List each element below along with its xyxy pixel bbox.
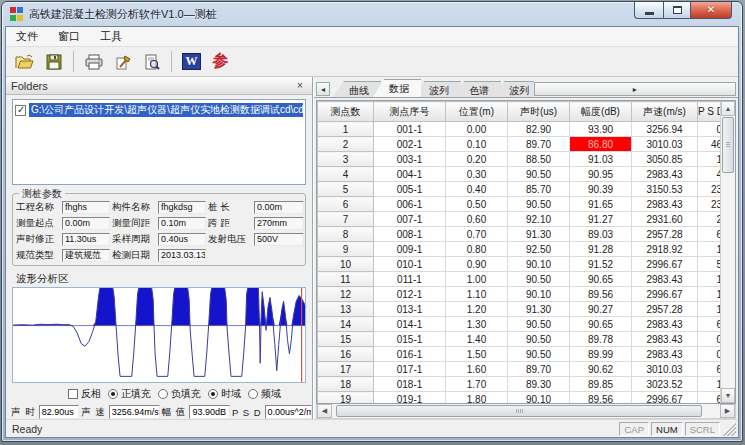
open-file-button[interactable] [11,49,38,74]
app-window: 高铁建混凝土检测分析软件V1.0—测桩 ✕ 文件 窗口 工具 [1,1,743,442]
horizontal-scrollbar[interactable]: ◀ ▶ [316,404,736,419]
span-distance-field[interactable]: 270mm [254,217,304,230]
row-index-cell: 2 [318,137,374,152]
open-folder-icon [15,54,34,70]
col-header[interactable]: 位置(m) [446,102,508,122]
table-row[interactable]: 10010-10.9090.1091.522996.6757.6 [318,257,721,272]
measure-start-field[interactable]: 0.00m [62,217,110,230]
time-domain-control[interactable]: 时域 [208,387,241,401]
tool-bar: W 参 [6,47,738,77]
scroll-up-icon[interactable]: ▲ [721,101,735,116]
report-tool-button[interactable] [109,49,136,74]
print-preview-button[interactable] [138,49,165,74]
data-cell: 91.52 [570,257,632,272]
pos-fill-radio[interactable] [108,389,118,399]
col-header[interactable]: 幅度(dB) [570,102,632,122]
time-domain-radio[interactable] [208,389,218,399]
menu-window[interactable]: 窗口 [56,28,82,45]
parameters-button[interactable]: 参 [207,49,234,74]
waveform-plot[interactable] [12,287,306,383]
menu-tools[interactable]: 工具 [98,28,124,45]
sound-time-field[interactable]: 82.90us [39,405,80,419]
table-row[interactable]: 7007-10.6092.1091.272931.6025.6 [318,212,721,227]
table-row[interactable]: 8008-10.7091.3089.032957.286.40 [318,227,721,242]
data-cell: 0.40 [446,182,508,197]
table-row[interactable]: 11011-11.0090.5090.652983.431.60 [318,272,721,287]
row-index-cell: 5 [318,182,374,197]
freq-domain-control[interactable]: 频域 [248,387,281,401]
invert-control[interactable]: 反相 [68,387,101,401]
title-bar[interactable]: 高铁建混凝土检测分析软件V1.0—测桩 [2,2,742,26]
table-row[interactable]: 4004-10.3090.5090.952983.4340.0 [318,167,721,182]
col-header[interactable]: P S D(us^ [698,102,721,122]
data-cell: 0.00 [698,122,721,137]
col-header[interactable]: 声速(m/s) [632,102,698,122]
col-header[interactable]: 测点数 [318,102,374,122]
save-button[interactable] [40,49,67,74]
data-cell: 6.40 [698,227,721,242]
sampling-period-field[interactable]: 0.40us [158,233,206,246]
sound-time-correction-field[interactable]: 11.30us [62,233,110,246]
amplitude-field[interactable]: 93.90dB [189,405,230,419]
table-row[interactable]: 14014-11.3090.5090.652983.436.40 [318,317,721,332]
data-cell: 2918.92 [632,242,698,257]
table-row[interactable]: 13013-11.2091.3090.272957.2814.4 [318,302,721,317]
close-button[interactable]: ✕ [690,2,732,19]
scroll-down-icon[interactable]: ▼ [721,388,735,403]
sound-speed-field[interactable]: 3256.94m/s [109,405,160,419]
horizontal-scroll-thumb[interactable] [336,405,702,417]
minimize-button[interactable] [634,2,663,19]
transmit-voltage-field[interactable]: 500V [254,233,304,246]
freq-domain-radio[interactable] [248,389,258,399]
data-cell: 89.70 [508,137,570,152]
vertical-scroll-thumb[interactable] [722,117,734,173]
table-row[interactable]: 12012-11.1090.1089.562996.671.60 [318,287,721,302]
print-button[interactable] [80,49,107,74]
field-label: 构件名称 [112,201,156,214]
table-row[interactable]: 3003-10.2088.5091.033050.8514.4 [318,152,721,167]
data-panel: ◂ 曲线窗口 数据窗口 波列窗口 色谱窗口 波列影像 ▸ [313,77,738,419]
col-header[interactable]: 声时(us) [508,102,570,122]
detection-date-field[interactable]: 2013.03.13 [158,249,206,262]
tab-curve-window[interactable]: 曲线窗口 [333,81,381,97]
data-cell: 0.80 [446,242,508,257]
table-row[interactable]: 18018-11.7089.3089.853023.521.60 [318,377,721,392]
data-cell: 017-1 [374,362,446,377]
table-row[interactable]: 17017-11.6089.7090.623010.036.40 [318,362,721,377]
field-label: 发射电压 [208,233,252,246]
word-export-button[interactable]: W [178,49,205,74]
tree-item[interactable]: G:\公司产品设计开发\超声仪器\超声仪实地检测数据调试cd\cd03\cd03… [15,103,303,117]
table-row[interactable]: 5005-10.4085.7090.393150.53230.4 [318,182,721,197]
table-row[interactable]: 19019-11.8090.1089.562996.676.40 [318,392,721,404]
neg-fill-radio[interactable] [158,389,168,399]
pos-fill-control[interactable]: 正填充 [108,387,151,401]
resize-grip[interactable] [723,423,736,436]
panel-close-icon[interactable]: × [293,79,307,92]
table-row[interactable]: 9009-10.8092.5091.282918.9214.4 [318,242,721,257]
table-row[interactable]: 6006-10.5090.5091.652983.43230.4 [318,197,721,212]
pile-length-field[interactable]: 0.00m [254,201,304,214]
data-cell: 2983.43 [632,317,698,332]
component-name-field[interactable]: fhgkdsg [158,201,206,214]
tab-scroll-left-icon[interactable]: ◂ [316,82,330,96]
menu-file[interactable]: 文件 [14,28,40,45]
col-header[interactable]: 测点序号 [374,102,446,122]
tab-scroll-right-icon[interactable]: ▸ [534,82,737,96]
vertical-scrollbar[interactable]: ▲ ▼ [720,101,735,403]
measure-interval-field[interactable]: 0.10m [158,217,206,230]
invert-checkbox[interactable] [68,389,78,399]
standard-type-field[interactable]: 建筑规范 [62,249,110,262]
maximize-button[interactable] [663,2,690,19]
row-index-cell: 4 [318,167,374,182]
table-row[interactable]: 15015-11.4090.5089.782983.430.00 [318,332,721,347]
table-row[interactable]: 16016-11.5090.5089.992983.430.00 [318,347,721,362]
tree-checkbox[interactable] [15,105,26,116]
scroll-right-icon[interactable]: ▶ [720,404,735,418]
table-row[interactable]: 1001-10.0082.9093.903256.940.00 [318,122,721,137]
table-row[interactable]: 2002-10.1089.7086.803010.03462.4 [318,137,721,152]
project-name-field[interactable]: fhghs [62,201,110,214]
scroll-left-icon[interactable]: ◀ [317,404,332,418]
psd-field[interactable]: 0.00us^2/m [265,405,312,419]
menu-bar: 文件 窗口 工具 [6,27,738,47]
neg-fill-control[interactable]: 负填充 [158,387,201,401]
